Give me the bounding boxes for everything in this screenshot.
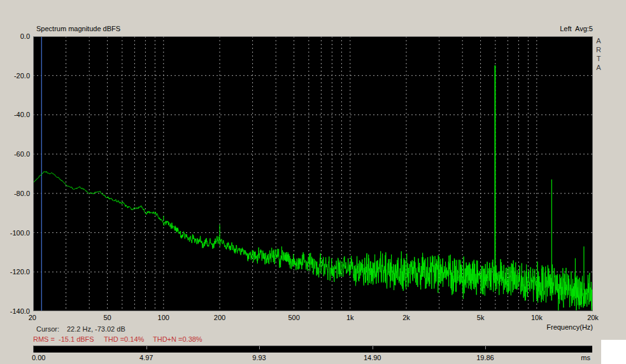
x-tick-label: 1k	[346, 314, 354, 321]
arta-logo-letter: R	[596, 45, 601, 54]
spectrum-trace	[33, 171, 593, 310]
y-tick-label: -100.0	[0, 229, 30, 237]
time-tick	[146, 346, 147, 349]
spectrum-plot-area[interactable]	[33, 36, 593, 311]
y-tick-label: -40.0	[0, 111, 30, 118]
x-tick-label: 20	[29, 314, 36, 321]
time-tick	[485, 346, 486, 349]
y-tick-label: -140.0	[0, 307, 30, 315]
x-tick-label: 500	[288, 314, 299, 321]
time-tick	[259, 346, 260, 349]
time-unit-label: ms	[581, 354, 590, 362]
channel-averaging-label: Left Avg:5	[560, 25, 593, 33]
x-tick-label: 20k	[587, 314, 599, 321]
x-tick-label: 50	[103, 314, 111, 321]
x-tick-label: 5k	[477, 314, 485, 321]
time-tick-label: 14.90	[364, 354, 381, 361]
y-tick-label: -20.0	[0, 72, 30, 80]
time-tick	[373, 346, 373, 349]
cursor-value: 22.2 Hz, -73.02 dB	[67, 325, 125, 333]
plot-title: Spectrum magnitude dBFS	[36, 25, 120, 33]
y-tick-label: -80.0	[0, 190, 30, 197]
y-tick-label: -60.0	[0, 150, 30, 158]
arta-logo-letter: T	[597, 54, 601, 63]
x-tick-label: 10k	[531, 314, 543, 321]
arta-logo-letter: A	[596, 36, 601, 45]
rms-readout: RMS = -15.1 dBFS	[33, 335, 94, 344]
time-tick-label: 19.86	[476, 354, 494, 361]
y-tick-label: 0.0	[0, 32, 30, 40]
time-tick-label: 4.97	[139, 354, 153, 361]
time-record-bar[interactable]	[33, 346, 592, 353]
y-tick-label: -120.0	[0, 268, 30, 276]
arta-vertical-logo: ARTA	[595, 36, 602, 72]
time-tick-label: 9.93	[252, 354, 266, 361]
spectrum-chart	[33, 36, 593, 311]
x-tick-label: 200	[214, 314, 225, 321]
x-tick-label: 100	[158, 314, 169, 321]
thdn-readout: THD+N =0.38%	[153, 335, 203, 344]
corner-panel	[601, 340, 626, 364]
arta-spectrum-window: Spectrum magnitude dBFS Left Avg:5 0.0-2…	[0, 0, 626, 364]
time-tick-label: 0.00	[32, 354, 45, 361]
x-tick-label: 2k	[402, 314, 410, 321]
cursor-label: Cursor:	[36, 325, 59, 333]
x-axis-title: Frequency(Hz)	[546, 323, 593, 332]
thd-readout: THD =0.14%	[104, 335, 144, 344]
arta-logo-letter: A	[596, 63, 601, 72]
